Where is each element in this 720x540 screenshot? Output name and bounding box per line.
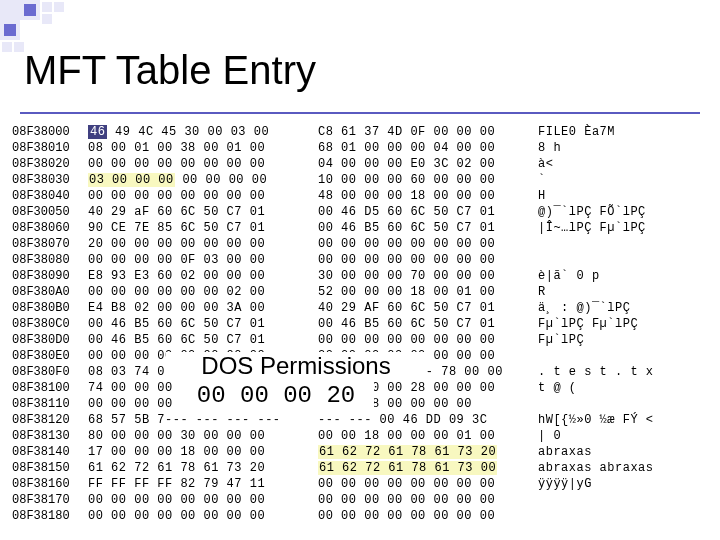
hex-row: 08F3808000 00 00 00 0F 03 00 0000 00 00 …: [12, 252, 708, 268]
hex-bytes-left: 20 00 00 00 00 00 00 00: [88, 236, 308, 252]
hex-offset: 08F38040: [12, 188, 88, 204]
hex-ascii: |Î~…lPÇ Fµ`lPÇ: [538, 220, 708, 236]
hex-bytes-right: 52 00 00 00 18 00 01 00: [318, 284, 538, 300]
hex-ascii: | 0: [538, 428, 708, 444]
hex-bytes-right: 00 46 B5 60 6C 50 C7 01: [318, 316, 538, 332]
hex-ascii: @)¯`lPÇ FÕ`lPÇ: [538, 204, 708, 220]
hex-bytes-left: 00 46 B5 60 6C 50 C7 01: [88, 316, 308, 332]
hex-ascii: à<: [538, 156, 708, 172]
hex-offset: 08F380B0: [12, 300, 88, 316]
hex-bytes-right: 10 00 00 00 60 00 00 00: [318, 172, 538, 188]
title-underline: [20, 112, 700, 114]
hex-row: 08F38090E8 93 E3 60 02 00 00 0030 00 00 …: [12, 268, 708, 284]
hex-row: 08F38160FF FF FF FF 82 79 47 1100 00 00 …: [12, 476, 708, 492]
hex-bytes-left: 00 00 00 00 00 00 02 00: [88, 284, 308, 300]
hex-bytes-left: FF FF FF FF 82 79 47 11: [88, 476, 308, 492]
hex-bytes-left: 17 00 00 00 18 00 00 00: [88, 444, 308, 460]
hex-bytes-right: --- --- 00 46 DD 09 3C: [318, 412, 538, 428]
hex-offset: 08F38010: [12, 140, 88, 156]
slide-title: MFT Table Entry: [24, 48, 316, 93]
hex-offset: 08F380E0: [12, 348, 88, 364]
hex-offset: 08F38160: [12, 476, 88, 492]
hex-bytes-right: 00 00 00 00 00 00 00 00: [318, 236, 538, 252]
callout-bytes: 00 00 00 20: [178, 382, 374, 409]
hex-ascii: H: [538, 188, 708, 204]
hex-row: 08F3814017 00 00 00 18 00 00 0061 62 72 …: [12, 444, 708, 460]
hex-bytes-left: 00 00 00 00 00 00 00 00: [88, 188, 308, 204]
hex-bytes-left: 68 57 5B 7--- --- --- ---: [88, 412, 308, 428]
hex-row: 08F3801008 00 01 00 38 00 01 0068 01 00 …: [12, 140, 708, 156]
hex-offset: 08F38110: [12, 396, 88, 412]
hex-bytes-left: E8 93 E3 60 02 00 00 00: [88, 268, 308, 284]
hex-ascii: abraxas abraxas: [538, 460, 708, 476]
hex-bytes-left: 00 00 00 00 00 00 00 00: [88, 156, 308, 172]
hex-row: 08F380D000 46 B5 60 6C 50 C7 0100 00 00 …: [12, 332, 708, 348]
callout-label: DOS Permissions: [166, 352, 426, 380]
hex-row: 08F3807020 00 00 00 00 00 00 0000 00 00 …: [12, 236, 708, 252]
hex-row: 08F380A000 00 00 00 00 00 02 0052 00 00 …: [12, 284, 708, 300]
hex-ascii: abraxas: [538, 444, 708, 460]
hex-row: 08F3812068 57 5B 7--- --- --- ------ ---…: [12, 412, 708, 428]
hex-row: 08F3813080 00 00 00 30 00 00 0000 00 18 …: [12, 428, 708, 444]
hex-row: 08F380B0E4 B8 02 00 00 00 3A 0040 29 AF …: [12, 300, 708, 316]
hex-offset: 08F38120: [12, 412, 88, 428]
hex-offset: 08F380A0: [12, 284, 88, 300]
hex-ascii: FILE0 Èa7M: [538, 124, 708, 140]
hex-bytes-left: 90 CE 7E 85 6C 50 C7 01: [88, 220, 308, 236]
hex-offset: 08F38090: [12, 268, 88, 284]
hex-bytes-right: 30 00 00 00 70 00 00 00: [318, 268, 538, 284]
hex-offset: 08F38070: [12, 236, 88, 252]
hex-bytes-right: 04 00 00 00 E0 3C 02 00: [318, 156, 538, 172]
hex-bytes-left: 00 00 00 00 0F 03 00 00: [88, 252, 308, 268]
hex-bytes-right: 00 46 B5 60 6C 50 C7 01: [318, 220, 538, 236]
hex-offset: 08F30050: [12, 204, 88, 220]
hex-bytes-left: 00 00 00 00 00 00 00 00: [88, 492, 308, 508]
hex-row: 08F3802000 00 00 00 00 00 00 0004 00 00 …: [12, 156, 708, 172]
hex-bytes-right: 00 00 00 00 00 00 00 00: [318, 476, 538, 492]
hex-row: 08F3005040 29 aF 60 6C 50 C7 0100 46 D5 …: [12, 204, 708, 220]
hex-ascii: `: [538, 172, 708, 188]
hex-bytes-right: 00 00 18 00 00 00 01 00: [318, 428, 538, 444]
hex-bytes-left: 46 49 4C 45 30 00 03 00: [88, 124, 308, 140]
hex-ascii: è|ã` 0 p: [538, 268, 708, 284]
hex-row: 08F3806090 CE 7E 85 6C 50 C7 0100 46 B5 …: [12, 220, 708, 236]
hex-ascii: ä¸ : @)¯`lPÇ: [538, 300, 708, 316]
hex-row: 08F3803003 00 00 00 00 00 00 0010 00 00 …: [12, 172, 708, 188]
hex-bytes-right: 00 00 00 00 00 00 00 00: [318, 332, 538, 348]
hex-offset: 08F38170: [12, 492, 88, 508]
hex-bytes-left: 61 62 72 61 78 61 73 20: [88, 460, 308, 476]
slide: MFT Table Entry 08F3800046 49 4C 45 30 0…: [0, 0, 720, 540]
hex-bytes-left: 00 00 00 00 00 00 00 00: [88, 508, 308, 524]
hex-bytes-right: C8 61 37 4D 0F 00 00 00: [318, 124, 538, 140]
hex-bytes-left: 03 00 00 00 00 00 00 00: [88, 172, 308, 188]
hex-offset: 08F38060: [12, 220, 88, 236]
hex-offset: 08F38000: [12, 124, 88, 140]
hex-bytes-right: 48 00 00 00 18 00 00 00: [318, 188, 538, 204]
hex-bytes-left: E4 B8 02 00 00 00 3A 00: [88, 300, 308, 316]
hex-ascii: t @ (: [538, 380, 708, 396]
hex-ascii: . t e s t . t x: [538, 364, 708, 380]
hex-ascii: hW[{½»0 ½æ FÝ <: [538, 412, 708, 428]
hex-offset: 08F38150: [12, 460, 88, 476]
hex-bytes-right: 61 62 72 61 78 61 73 20: [318, 444, 538, 460]
hex-bytes-right: 61 62 72 61 78 61 73 00: [318, 460, 538, 476]
hex-bytes-right: 00 00 00 00 00 00 00 00: [318, 508, 538, 524]
hex-ascii: Fµ`lPÇ: [538, 332, 708, 348]
hex-bytes-right: 00 46 D5 60 6C 50 C7 01: [318, 204, 538, 220]
hex-offset: 08F38180: [12, 508, 88, 524]
hex-row: 08F3817000 00 00 00 00 00 00 0000 00 00 …: [12, 492, 708, 508]
hexdump: 08F3800046 49 4C 45 30 00 03 00C8 61 37 …: [12, 124, 708, 524]
hex-offset: 08F380C0: [12, 316, 88, 332]
hex-row: 08F3818000 00 00 00 00 00 00 0000 00 00 …: [12, 508, 708, 524]
hex-offset: 08F38130: [12, 428, 88, 444]
hex-ascii: Fµ`lPÇ Fµ`lPÇ: [538, 316, 708, 332]
hex-bytes-left: 00 46 B5 60 6C 50 C7 01: [88, 332, 308, 348]
hex-bytes-right: 40 29 AF 60 6C 50 C7 01: [318, 300, 538, 316]
hex-bytes-right: 00 00 00 00 00 00 00 00: [318, 252, 538, 268]
hex-offset: 08F38020: [12, 156, 88, 172]
hex-bytes-left: 08 00 01 00 38 00 01 00: [88, 140, 308, 156]
hex-row: 08F3800046 49 4C 45 30 00 03 00C8 61 37 …: [12, 124, 708, 140]
hex-row: 08F3815061 62 72 61 78 61 73 2061 62 72 …: [12, 460, 708, 476]
hex-offset: 08F38080: [12, 252, 88, 268]
hex-bytes-right: 68 01 00 00 00 04 00 00: [318, 140, 538, 156]
